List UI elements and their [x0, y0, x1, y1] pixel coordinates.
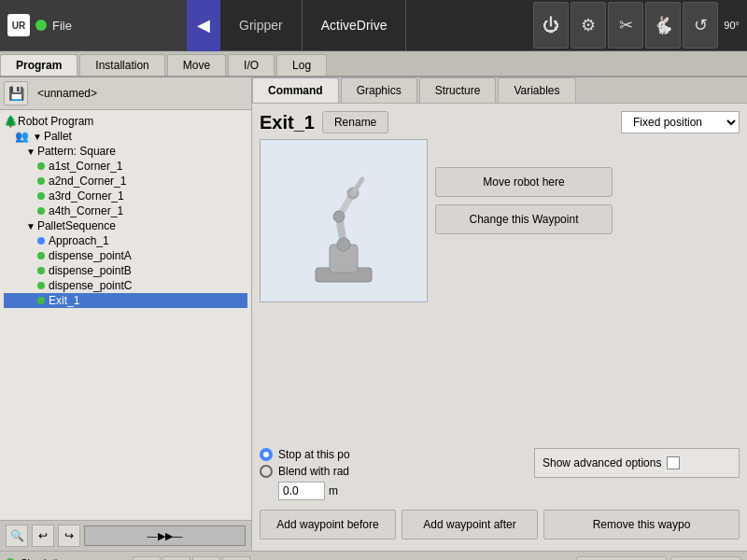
file-menu[interactable]: File	[52, 19, 72, 33]
content-row: Move robot here Change this Waypoint	[260, 139, 740, 442]
list-item[interactable]: a3rd_Corner_1	[4, 189, 247, 203]
play-button[interactable]: ▶	[162, 556, 190, 561]
position-type-select[interactable]: Fixed positionRelative positionVariable …	[621, 111, 740, 133]
list-item[interactable]: dispense_pointA	[4, 248, 247, 263]
main-content: 💾 <unnamed> 🌲 Robot Program 👥 ▼ Pallet ▼…	[0, 77, 747, 551]
list-item[interactable]: ▼ PalletSequence	[4, 218, 247, 233]
tree-area: 🌲 Robot Program 👥 ▼ Pallet ▼ Pattern: Sq…	[0, 110, 251, 520]
sim-real-selector: Simulation Real Robot	[6, 557, 127, 561]
tool-icon[interactable]: ✂	[608, 2, 643, 49]
simulation-row[interactable]: Simulation	[6, 557, 127, 561]
left-bottom-bar: 🔍 ↩ ↪ —▶▶—	[0, 520, 251, 551]
top-bar-left: UR File	[0, 0, 187, 50]
dot-icon	[37, 192, 45, 200]
right-tab-bar: Command Graphics Structure Variables	[252, 77, 747, 104]
tab-installation[interactable]: Installation	[79, 54, 164, 76]
previous-button[interactable]: ◀ Previous	[576, 556, 668, 561]
position-type-selector: Fixed positionRelative positionVariable …	[621, 111, 740, 133]
status-indicator	[35, 20, 47, 31]
blend-radius-input[interactable]	[278, 482, 325, 500]
tab-variables[interactable]: Variables	[498, 77, 575, 103]
move-robot-button[interactable]: Move robot here	[435, 167, 613, 197]
add-waypoint-before-button[interactable]: Add waypoint before	[260, 510, 396, 539]
ur-logo: UR	[7, 14, 30, 36]
main-tab-bar: Program Installation Move I/O Log	[0, 51, 747, 77]
dot-icon	[37, 252, 45, 259]
remove-waypoint-button[interactable]: Remove this waypo	[543, 510, 740, 539]
next-button[interactable]: Next ▶	[670, 556, 741, 561]
tab-move[interactable]: Move	[167, 54, 226, 76]
simulation-label: Simulation	[21, 557, 68, 561]
prev-next-controls: ◀ Previous Next ▶	[576, 556, 741, 561]
stop-blend-area: Stop at this po Blend with rad m	[260, 448, 350, 500]
undo-icon[interactable]: ↩	[32, 525, 54, 547]
nav-tab-activedrive[interactable]: ActiveDrive	[303, 0, 407, 51]
save-button[interactable]: 💾	[4, 81, 28, 105]
speed-icon[interactable]: 🐇	[645, 2, 681, 49]
tab-program[interactable]: Program	[0, 54, 78, 76]
rewind-button[interactable]: ⏮	[133, 556, 161, 561]
blend-radio-row: Blend with rad	[260, 465, 350, 478]
robot-preview	[260, 139, 428, 302]
forward-button[interactable]: ⏭	[192, 556, 220, 561]
list-item[interactable]: a1st_Corner_1	[4, 159, 247, 174]
dot-icon	[37, 267, 45, 274]
expand-icon: ▼	[26, 221, 35, 231]
list-item[interactable]: dispense_pointC	[4, 278, 247, 293]
list-item[interactable]: ▼ Pattern: Square	[4, 144, 247, 159]
stop-radio-row: Stop at this po	[260, 448, 350, 461]
list-item[interactable]: a2nd_Corner_1	[4, 174, 247, 189]
dot-icon	[37, 177, 45, 185]
stop-button[interactable]: ⏹	[222, 556, 250, 561]
tree-icon: 🌲	[4, 115, 18, 128]
list-item-exit1[interactable]: Exit_1	[4, 293, 247, 308]
add-waypoint-after-button[interactable]: Add waypoint after	[402, 510, 538, 539]
file-name: <unnamed>	[32, 85, 103, 102]
dot-icon	[37, 297, 45, 304]
rename-button[interactable]: Rename	[322, 111, 388, 133]
search-icon[interactable]: 🔍	[6, 525, 28, 547]
tab-io[interactable]: I/O	[228, 54, 275, 76]
tab-log[interactable]: Log	[276, 54, 327, 76]
playback-bar: —▶▶—	[84, 525, 246, 546]
blend-input-row: m	[260, 482, 350, 500]
advanced-checkbox-row: Show advanced options	[543, 456, 731, 469]
settings-icon[interactable]: ↺	[683, 2, 718, 49]
nav-back-arrow[interactable]: ◀	[187, 0, 220, 51]
dot-icon	[37, 282, 45, 289]
advanced-options-panel: Show advanced options	[534, 448, 740, 478]
dot-icon	[37, 237, 45, 245]
blend-label: Blend with rad	[278, 465, 349, 478]
svg-point-7	[333, 211, 345, 222]
stop-label: Stop at this po	[278, 448, 350, 461]
bottom-btn-row: Add waypoint before Add waypoint after R…	[260, 506, 740, 543]
list-item[interactable]: Approach_1	[4, 233, 247, 248]
list-item[interactable]: dispense_pointB	[4, 263, 247, 278]
transport-controls: ⏮ ▶ ⏭ ⏹	[133, 556, 250, 561]
stop-radio[interactable]	[260, 448, 273, 461]
power-icon[interactable]: ⏻	[533, 2, 569, 49]
blend-radio[interactable]	[260, 465, 273, 478]
right-content: Exit_1 Rename Fixed positionRelative pos…	[252, 104, 747, 551]
waypoint-title: Exit_1	[260, 112, 315, 133]
list-item[interactable]: a4th_Corner_1	[4, 203, 247, 218]
options-area: Stop at this po Blend with rad m Show ad…	[260, 448, 740, 500]
left-panel: 💾 <unnamed> 🌲 Robot Program 👥 ▼ Pallet ▼…	[0, 77, 252, 551]
tab-structure[interactable]: Structure	[419, 77, 497, 103]
angle-display: 90°	[720, 20, 743, 31]
top-bar: UR File ◀ Gripper ActiveDrive ⏻ ⚙ ✂ 🐇 ↺ …	[0, 0, 747, 51]
tab-command[interactable]: Command	[252, 77, 339, 103]
robot-icon[interactable]: ⚙	[571, 2, 606, 49]
blend-unit: m	[329, 484, 338, 497]
tab-graphics[interactable]: Graphics	[341, 77, 417, 103]
waypoint-buttons: Move robot here Change this Waypoint	[435, 139, 613, 442]
list-item[interactable]: 👥 ▼ Pallet	[4, 129, 247, 144]
nav-footer: Simulation Real Robot ⏮ ▶ ⏭ ⏹ Speed 57% …	[0, 551, 747, 560]
redo-icon[interactable]: ↪	[58, 525, 80, 547]
change-waypoint-button[interactable]: Change this Waypoint	[435, 204, 613, 234]
svg-point-6	[337, 238, 350, 251]
top-nav: ◀ Gripper ActiveDrive ⏻ ⚙ ✂ 🐇 ↺ 90°	[187, 0, 747, 50]
tree-root[interactable]: 🌲 Robot Program	[4, 114, 247, 129]
nav-tab-gripper[interactable]: Gripper	[220, 0, 303, 51]
advanced-checkbox[interactable]	[667, 456, 680, 469]
